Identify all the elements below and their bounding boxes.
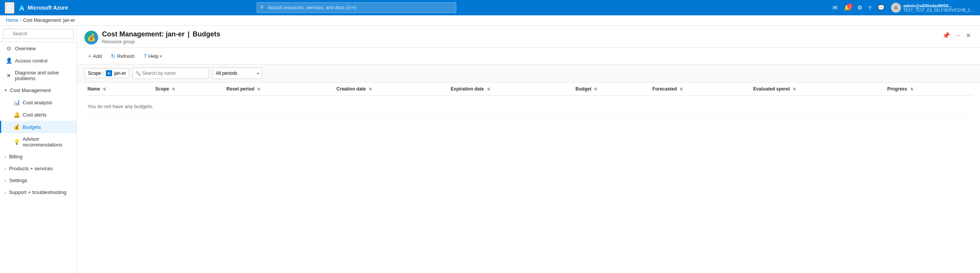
azure-logo-icon: [18, 4, 25, 12]
notifications-button[interactable]: 🔔 1: [841, 3, 853, 13]
col-expiration-sort-icon: ⇅: [487, 87, 490, 91]
scope-icon: ⊞: [106, 70, 112, 76]
hamburger-button[interactable]: ☰: [5, 2, 15, 14]
sidebar-item-diagnose-label: Diagnose and solve problems: [15, 70, 72, 81]
period-select-wrap: All periods Current month Last month Las…: [212, 67, 262, 79]
sidebar-item-budgets[interactable]: 💰 Budgets: [0, 121, 76, 133]
col-header-progress[interactable]: Progress ⇅: [884, 82, 972, 96]
filter-bar: Scope : ⊞ jan-er 🔍 All periods Current m…: [77, 64, 980, 82]
budgets-icon: 💰: [13, 124, 20, 130]
page-more-button[interactable]: ···: [954, 31, 962, 41]
notification-badge: 1: [847, 3, 853, 9]
sidebar-item-support[interactable]: › Support + troubleshooting: [0, 186, 76, 198]
help-button[interactable]: ?: [866, 3, 874, 13]
page-subtitle: Resource group: [102, 39, 220, 44]
col-reset-sort-icon: ⇅: [257, 87, 260, 91]
user-info: admin@a830edad9050... TEST_TEST_E3_SELFS…: [903, 3, 973, 12]
col-creation-sort-icon: ⇅: [369, 87, 372, 91]
period-select[interactable]: All periods Current month Last month Las…: [212, 67, 262, 79]
feedback-button[interactable]: 💬: [875, 3, 887, 13]
sidebar: 🔍 📌 « ⊙ Overview 👤 Access control ✕ Diag…: [0, 26, 77, 273]
scope-label: Scope :: [88, 71, 104, 76]
page-header-left: 💰 Cost Management: jan-er | Budgets Reso…: [84, 30, 220, 44]
page-close-button[interactable]: ✕: [964, 30, 972, 41]
topbar: ☰ Microsoft Azure 🔍 ✉ 🔔 1 ⚙ ? 💬 A admin@…: [0, 0, 980, 15]
add-button[interactable]: + Add: [84, 51, 106, 61]
support-chevron-icon: ›: [5, 190, 6, 195]
app-logo-text: Microsoft Azure: [28, 5, 68, 11]
settings-button[interactable]: ⚙: [855, 3, 865, 13]
col-header-budget[interactable]: Budget ⇅: [572, 82, 649, 96]
col-progress-label: Progress: [887, 86, 907, 92]
page-header-actions: 📌 ··· ✕: [941, 30, 972, 41]
sidebar-item-billing[interactable]: › Billing: [0, 151, 76, 163]
table-header-row: Name ⇅ Scope ⇅ Reset period ⇅ Creation: [84, 82, 972, 96]
page-title-section: Budgets: [193, 30, 220, 38]
col-scope-sort-icon: ⇅: [172, 87, 175, 91]
refresh-icon: ↻: [111, 53, 115, 59]
table-body: You do not have any budgets.: [84, 96, 972, 117]
page-pin-button[interactable]: 📌: [941, 30, 952, 41]
breadcrumb-home[interactable]: Home: [6, 18, 18, 23]
cost-alerts-icon: 🔔: [13, 112, 20, 118]
col-header-expiration-date[interactable]: Expiration date ⇅: [448, 82, 572, 96]
sidebar-item-cost-analysis[interactable]: 📊 Cost analysis: [0, 96, 76, 109]
page-title-prefix: Cost Management: jan-er: [102, 30, 185, 38]
sidebar-item-access-control[interactable]: 👤 Access control: [0, 54, 76, 67]
col-budget-label: Budget: [576, 86, 591, 92]
sidebar-search-input[interactable]: [3, 29, 74, 39]
sidebar-item-settings-label: Settings: [9, 178, 27, 183]
col-header-evaluated-spend[interactable]: Evaluated spend ⇅: [750, 82, 884, 96]
table-container: Name ⇅ Scope ⇅ Reset period ⇅ Creation: [77, 82, 980, 273]
sidebar-item-overview-label: Overview: [15, 46, 36, 51]
sidebar-item-overview[interactable]: ⊙ Overview: [0, 42, 76, 54]
sidebar-item-support-label: Support + troubleshooting: [9, 189, 66, 195]
breadcrumb-separator: ›: [20, 18, 21, 23]
settings-chevron-icon: ›: [5, 178, 6, 183]
col-reset-label: Reset period: [226, 86, 254, 92]
breadcrumb-current: Cost Management: jan-er: [23, 18, 75, 23]
col-name-label: Name: [87, 86, 100, 92]
refresh-button[interactable]: ↻ Refresh: [107, 51, 139, 61]
sidebar-item-advisor-recommendations[interactable]: 💡 Advisor recommendations: [0, 133, 76, 151]
app-logo: Microsoft Azure: [18, 4, 68, 12]
sidebar-section-cost-management[interactable]: ▾ Cost Management: [0, 84, 76, 96]
diagnose-icon: ✕: [6, 72, 12, 79]
table-header: Name ⇅ Scope ⇅ Reset period ⇅ Creation: [84, 82, 972, 96]
page-title: Cost Management: jan-er | Budgets: [102, 30, 220, 38]
access-control-icon: 👤: [6, 58, 12, 64]
col-evaluated-label: Evaluated spend: [753, 86, 790, 92]
search-filter-icon: 🔍: [135, 71, 141, 76]
email-button[interactable]: ✉: [830, 3, 840, 13]
global-search-input[interactable]: [257, 2, 456, 13]
sidebar-item-cost-alerts[interactable]: 🔔 Cost alerts: [0, 109, 76, 121]
col-header-name[interactable]: Name ⇅: [84, 82, 152, 96]
cost-analysis-icon: 📊: [13, 99, 20, 105]
cost-management-chevron-icon: ▾: [5, 88, 7, 93]
help-chevron-icon: ▾: [160, 54, 162, 58]
sidebar-item-budgets-label: Budgets: [23, 124, 41, 130]
page-header: 💰 Cost Management: jan-er | Budgets Reso…: [77, 26, 980, 48]
sidebar-item-settings[interactable]: › Settings: [0, 174, 76, 186]
refresh-label: Refresh: [117, 53, 135, 59]
sidebar-section-cost-management-label: Cost Management: [10, 87, 51, 93]
empty-state-row: You do not have any budgets.: [84, 96, 972, 117]
col-header-forecasted[interactable]: Forecasted ⇅: [649, 82, 750, 96]
add-label: Add: [93, 53, 102, 59]
page-title-group: Cost Management: jan-er | Budgets Resour…: [102, 30, 220, 44]
user-menu[interactable]: A admin@a830edad9050... TEST_TEST_E3_SEL…: [889, 1, 975, 14]
sidebar-item-products-services[interactable]: › Products + services: [0, 163, 76, 174]
content-area: 💰 Cost Management: jan-er | Budgets Reso…: [77, 26, 980, 273]
col-header-creation-date[interactable]: Creation date ⇅: [333, 82, 448, 96]
toolbar: + Add ↻ Refresh ? Help ▾: [77, 48, 980, 64]
help-dropdown-button[interactable]: ? Help ▾: [140, 51, 166, 61]
sidebar-item-access-control-label: Access control: [15, 58, 48, 64]
global-search-icon: 🔍: [260, 5, 266, 10]
col-header-reset-period[interactable]: Reset period ⇅: [223, 82, 333, 96]
sidebar-search-wrap: 🔍: [3, 29, 74, 39]
sidebar-item-diagnose[interactable]: ✕ Diagnose and solve problems: [0, 67, 76, 84]
col-header-scope[interactable]: Scope ⇅: [152, 82, 223, 96]
name-search-input[interactable]: [132, 67, 209, 79]
scope-chip[interactable]: Scope : ⊞ jan-er: [84, 68, 129, 78]
page-icon: 💰: [84, 31, 98, 44]
